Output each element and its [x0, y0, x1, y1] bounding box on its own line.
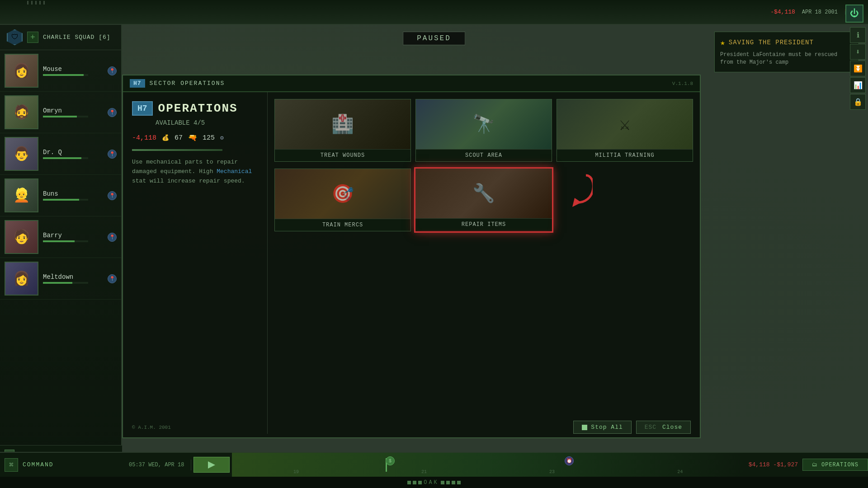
merc-hp-fill	[43, 116, 77, 117]
time-display: 05:37 WED, APR 18	[122, 460, 191, 470]
merc-info: Barry	[43, 232, 108, 242]
merc-item[interactable]: 👩 Meltdown 📍	[0, 258, 121, 300]
oak-label: OAK	[407, 479, 461, 486]
close-key-label: ESC	[645, 424, 656, 431]
merc-name: Meltdown	[43, 273, 108, 281]
merc-item[interactable]: 👱 Buns 📍	[0, 175, 121, 216]
ops-stats: -4,118 💰 67 🔫 125 ⚙	[132, 133, 258, 142]
merc-name: Barry	[43, 232, 108, 239]
merc-hp-bar	[43, 157, 88, 159]
merc-item[interactable]: 👩 Mouse 📍	[0, 50, 121, 92]
stat-gear: 125	[203, 134, 215, 142]
merc-name: Dr. Q	[43, 149, 108, 156]
scroll-double-down-button[interactable]: ⏬	[850, 61, 866, 76]
merc-name: Omryn	[43, 107, 108, 114]
command-label: COMMAND	[23, 461, 54, 468]
ops-grid-bottom: TRAIN MERCS REPAIR ITEMS	[274, 169, 693, 231]
quest-description: President LaFontaine must be rescued fro…	[720, 51, 853, 66]
stop-all-button[interactable]: Stop All	[573, 421, 631, 434]
scroll-down-button[interactable]: ⬇	[850, 44, 866, 60]
merc-info: Meltdown	[43, 273, 108, 284]
highlight-text: Mechanical	[217, 168, 252, 175]
timeline-labels: 19 21 23 24	[232, 469, 744, 474]
merc-info: Buns	[43, 190, 108, 201]
dialog-version: V.1.1.8	[672, 81, 693, 86]
merc-item[interactable]: 🧔 Omryn 📍	[0, 92, 121, 133]
play-triangle-icon	[208, 461, 215, 469]
quest-panel: ★ SAVING THE PRESIDENT President LaFonta…	[714, 32, 859, 72]
close-label: Close	[662, 424, 682, 431]
command-icon: ⌘	[5, 458, 18, 472]
merc-location-icon: 📍	[108, 274, 117, 283]
merc-item[interactable]: 🧑 Barry 📍	[0, 216, 121, 258]
merc-avatar: 🧔	[5, 95, 38, 129]
tick	[31, 1, 33, 5]
oak-text: OAK	[424, 479, 439, 486]
train-mercs-image	[275, 169, 410, 219]
merc-avatar-image: 👩	[5, 55, 38, 87]
add-merc-button[interactable]: +	[27, 32, 38, 43]
squad-label: CHARLIE SQUAD [6]	[43, 34, 111, 41]
bullet-icon: 🔫	[188, 133, 197, 142]
date-display: APR 18 2001	[802, 9, 838, 15]
stat-bullets: 67	[175, 134, 183, 142]
info-button[interactable]: ℹ	[850, 27, 866, 43]
ops-icon: 🗂	[812, 461, 818, 468]
stop-all-label: Stop All	[591, 424, 623, 431]
squad-shield-icon: 🛡	[7, 29, 23, 45]
left-sidebar: 🛡 + CHARLIE SQUAD [6] 👩 Mouse 📍 🧔 Omryn …	[0, 25, 122, 488]
treat-wounds-label: TREAT WOUNDS	[275, 149, 410, 161]
merc-info: Mouse	[43, 66, 108, 76]
paused-label: PAUSED	[417, 34, 451, 42]
gold-icon: 💰	[162, 134, 169, 141]
merc-hp-fill	[43, 199, 79, 201]
train-mercs-label: TRAIN MERCS	[275, 219, 410, 231]
treat-wounds-image	[275, 99, 410, 149]
militia-training-label: MILITIA TRAINING	[557, 149, 693, 161]
merc-avatar-image: 👩	[5, 263, 38, 295]
oak-dot	[418, 481, 422, 484]
oak-dot	[441, 481, 444, 484]
play-button[interactable]	[193, 457, 230, 473]
ops-title: OPERATIONS	[158, 102, 238, 115]
merc-info: Omryn	[43, 107, 108, 117]
operations-button[interactable]: 🗂 OPERATIONS	[802, 459, 868, 471]
train-mercs-card[interactable]: TRAIN MERCS	[274, 169, 411, 231]
merc-hp-bar	[43, 282, 88, 284]
scout-area-image	[416, 99, 552, 149]
militia-training-card[interactable]: MILITIA TRAINING	[557, 99, 693, 162]
timeline-bar[interactable]: $ ⏰ 19 21 23 24	[232, 453, 744, 477]
merc-hp-bar	[43, 74, 88, 76]
ops-title-row: H7 OPERATIONS	[132, 101, 258, 116]
merc-name: Mouse	[43, 66, 108, 73]
money-display: -$4,118	[770, 9, 795, 15]
repair-items-card[interactable]: REPAIR ITEMS	[415, 169, 552, 230]
repair-items-label: REPAIR ITEMS	[415, 218, 552, 230]
right-edge-panel: ℹ ⬇ ⏬ 📊 🔒	[848, 25, 868, 112]
power-button[interactable]: ⏻	[845, 5, 863, 23]
quest-header: ★ SAVING THE PRESIDENT	[720, 38, 853, 47]
copyright-text: © A.I.M. 2001	[132, 425, 171, 430]
gear-icon: ⚙	[220, 134, 224, 141]
dialog-header: H7 SECTOR OPERATIONS V.1.1.8	[123, 75, 700, 92]
ops-available: AVAILABLE 4/5	[156, 119, 258, 127]
treat-wounds-card[interactable]: TREAT WOUNDS	[274, 99, 411, 162]
merc-hp-bar	[43, 199, 88, 201]
dialog-footer: © A.I.M. 2001 Stop All ESC Close	[123, 417, 700, 437]
oak-dot	[446, 481, 450, 484]
merc-item[interactable]: 👨 Dr. Q 📍	[0, 133, 121, 175]
lock-button[interactable]: 🔒	[850, 94, 866, 110]
merc-hp-fill	[43, 282, 72, 284]
close-button[interactable]: ESC Close	[636, 421, 691, 434]
merc-avatar-image: 👨	[5, 138, 38, 170]
quest-star-icon: ★	[720, 38, 725, 47]
merc-location-icon: 📍	[108, 66, 117, 75]
merc-avatar: 👩	[5, 54, 38, 88]
merc-avatar: 👩	[5, 262, 38, 296]
timeline-label: 19	[293, 469, 299, 474]
quest-title: SAVING THE PRESIDENT	[729, 39, 814, 46]
chart-button[interactable]: 📊	[850, 77, 866, 93]
footer-buttons: Stop All ESC Close	[573, 421, 691, 434]
scout-area-card[interactable]: SCOUT AREA	[415, 99, 552, 162]
merc-hp-bar	[43, 240, 88, 242]
